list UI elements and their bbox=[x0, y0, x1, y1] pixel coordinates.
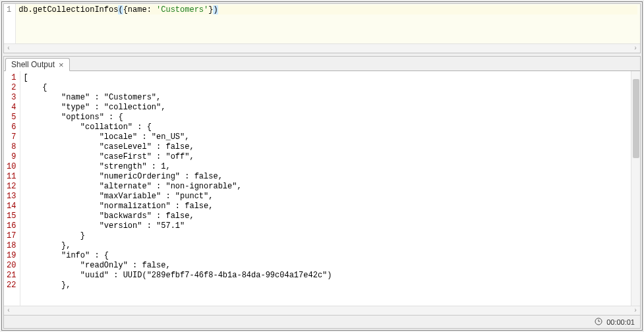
clock-icon bbox=[595, 318, 602, 327]
scroll-right-icon[interactable]: › bbox=[632, 308, 639, 314]
output-line-number: 18 bbox=[7, 241, 16, 251]
output-line-number: 5 bbox=[7, 113, 16, 123]
output-line-number: 9 bbox=[7, 152, 16, 162]
code-identifier: db.getCollectionInfos bbox=[18, 5, 118, 14]
output-line-number: 8 bbox=[7, 142, 16, 152]
output-body: 12345678910111213141516171819202122 [ { … bbox=[4, 71, 640, 306]
output-line-number: 20 bbox=[7, 261, 16, 271]
output-line-number: 1 bbox=[7, 73, 16, 83]
output-line-number: 3 bbox=[7, 93, 16, 103]
prop-key: name bbox=[128, 5, 147, 14]
editor-content[interactable]: 1 db.getCollectionInfos({name: 'Customer… bbox=[4, 4, 640, 43]
scroll-thumb[interactable] bbox=[633, 79, 639, 158]
scroll-left-icon[interactable]: ‹ bbox=[5, 308, 12, 314]
editor-gutter: 1 bbox=[4, 4, 16, 43]
close-icon[interactable]: × bbox=[59, 61, 64, 69]
output-line-number: 4 bbox=[7, 103, 16, 113]
output-line-number: 10 bbox=[7, 162, 16, 172]
editor-line-number: 1 bbox=[7, 5, 11, 14]
output-hscrollbar[interactable]: ‹ › bbox=[4, 306, 640, 315]
output-line-number: 16 bbox=[7, 221, 16, 231]
open-brace: { bbox=[123, 5, 128, 14]
output-gutter: 12345678910111213141516171819202122 bbox=[4, 71, 20, 306]
output-section: Shell Output × 1234567891011121314151617… bbox=[3, 56, 641, 329]
scroll-right-icon[interactable]: › bbox=[632, 45, 639, 52]
output-line-number: 6 bbox=[7, 123, 16, 132]
app-frame: 1 db.getCollectionInfos({name: 'Customer… bbox=[1, 1, 643, 331]
tab-label: Shell Output bbox=[11, 60, 55, 69]
output-line-number: 19 bbox=[7, 251, 16, 261]
output-line-number: 12 bbox=[7, 182, 16, 192]
editor-hscrollbar[interactable]: ‹ › bbox=[4, 43, 640, 53]
output-line-number: 21 bbox=[7, 271, 16, 281]
output-line-number: 11 bbox=[7, 172, 16, 182]
output-line-number: 14 bbox=[7, 202, 16, 211]
status-elapsed: 00:00:01 bbox=[606, 318, 635, 326]
close-paren: ) bbox=[213, 5, 218, 14]
editor-text[interactable]: db.getCollectionInfos({name: 'Customers'… bbox=[16, 4, 640, 43]
editor-pane: 1 db.getCollectionInfos({name: 'Customer… bbox=[3, 3, 641, 53]
open-paren: ( bbox=[118, 5, 123, 14]
output-line-number: 15 bbox=[7, 211, 16, 221]
output-line-number: 13 bbox=[7, 192, 16, 202]
output-line-number: 7 bbox=[7, 132, 16, 142]
output-text[interactable]: [ { "name" : "Customers", "type" : "coll… bbox=[20, 71, 631, 306]
status-bar: 00:00:01 bbox=[4, 315, 640, 328]
output-line-number: 22 bbox=[7, 281, 16, 290]
scroll-left-icon[interactable]: ‹ bbox=[5, 45, 12, 52]
tab-shell-output[interactable]: Shell Output × bbox=[5, 58, 70, 71]
output-line-number: 17 bbox=[7, 231, 16, 241]
output-vscrollbar[interactable] bbox=[631, 71, 640, 306]
string-literal: 'Customers' bbox=[156, 5, 208, 14]
tab-bar: Shell Output × bbox=[4, 57, 640, 71]
output-line-number: 2 bbox=[7, 83, 16, 93]
colon: : bbox=[147, 5, 156, 14]
